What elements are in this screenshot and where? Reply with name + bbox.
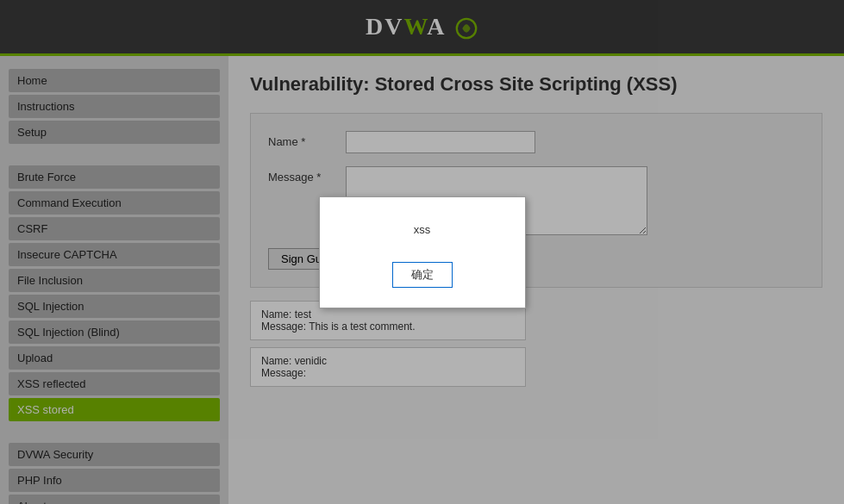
alert-dialog: xss 确定 <box>319 196 526 308</box>
alert-message: xss <box>414 223 431 236</box>
alert-ok-button[interactable]: 确定 <box>392 262 453 288</box>
alert-overlay: xss 确定 <box>0 0 844 504</box>
